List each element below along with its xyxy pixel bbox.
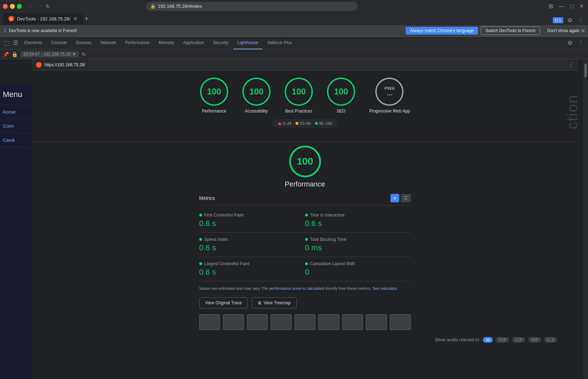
tab-sources[interactable]: Sources	[72, 37, 96, 49]
tab-network[interactable]: Network	[96, 37, 120, 49]
metrics-section: Metrics ≡ ☰ Fi	[199, 194, 411, 330]
thumbnail-9	[390, 314, 411, 330]
metric-si-label: Speed Index	[204, 237, 228, 242]
thumbnail-6	[318, 314, 339, 330]
filter-all[interactable]: All	[483, 337, 493, 343]
menu-item-accueil[interactable]: Accue	[0, 105, 32, 119]
lh-menu-icon[interactable]: ⋮	[568, 61, 574, 68]
thumbnail-4	[271, 314, 292, 330]
tab-application[interactable]: Application	[179, 37, 208, 49]
notification-close-icon[interactable]: ✕	[581, 27, 585, 34]
settings-icon[interactable]: ⚙	[566, 16, 574, 25]
reload-button[interactable]: ↻	[46, 2, 50, 10]
browser-tab[interactable]: D DevTools - 192.168.75.28/ ✕	[3, 13, 83, 24]
new-tab-button[interactable]: +	[85, 15, 89, 23]
inspect-icon[interactable]: ⬚	[3, 38, 11, 48]
address-bar[interactable]: 🔒 192.168.75.28/#index	[146, 2, 358, 11]
best-practices-circle: 100	[285, 78, 313, 106]
audit-filter-label: Show audits relevant to:	[435, 337, 480, 342]
minimize-window-button[interactable]: —	[557, 1, 566, 11]
legend-pass: 90–100	[315, 121, 332, 126]
lh-favicon	[36, 62, 42, 68]
perf-score-link[interactable]: performance score is calculated	[269, 286, 324, 291]
metrics-toggle: ≡ ☰	[390, 194, 411, 202]
switch-language-button[interactable]: Switch DevTools to French	[481, 26, 540, 35]
legend-pass-range: 90–100	[319, 121, 332, 126]
maximize-window-button[interactable]: □	[569, 1, 575, 11]
calculator-link[interactable]: See calculator.	[372, 286, 398, 291]
dismiss-button[interactable]: Don't show again	[543, 27, 584, 35]
filter-tbt[interactable]: TBT	[528, 337, 541, 343]
forward-button[interactable]: →	[36, 2, 44, 10]
notification-text: DevTools is now available in French!	[9, 28, 403, 33]
close-window-button[interactable]: ✕	[578, 1, 585, 11]
more-devtools-icon[interactable]: ⋮	[577, 38, 585, 48]
maximize-button[interactable]	[17, 4, 22, 9]
thumbnail-1	[199, 314, 220, 330]
toggle-list-button[interactable]: ☰	[401, 194, 411, 202]
view-trace-button[interactable]: View Original Trace	[199, 297, 248, 308]
filter-cls[interactable]: CLS	[544, 337, 557, 343]
info-icon: ℹ	[4, 28, 6, 33]
menu-title: Menu	[0, 84, 32, 105]
scores-row: 100 Performance 100 Accessibility 100 Be…	[200, 78, 410, 114]
score-accessibility: 100 Accessibility	[242, 78, 271, 114]
pwa-circle: PWA —	[375, 78, 404, 106]
metric-lcp-label: Largest Contentful Paint	[204, 261, 250, 266]
metric-tbt-value: 0 ms	[305, 243, 404, 252]
legend-average: 50–89	[296, 121, 311, 126]
performance-circle: 100	[200, 78, 228, 106]
extensions-button[interactable]: ⊞	[547, 1, 554, 11]
tab-close-icon[interactable]: ✕	[73, 16, 78, 22]
thumbnail-7	[342, 314, 363, 330]
menu-item-candidats[interactable]: Candi	[0, 133, 32, 147]
accessibility-label: Accessibility	[245, 109, 268, 114]
more-options-icon[interactable]: ⋮	[577, 16, 585, 25]
tab-title: DevTools - 192.168.75.28/	[17, 16, 71, 22]
notification-bar: ℹ DevTools is now available in French! A…	[0, 25, 588, 37]
lock-icon: 🔒	[150, 4, 156, 9]
score-pwa: PWA — Progressive Web App	[369, 78, 410, 114]
lh-url-bar: https://192.168.75.28/ ⋮	[32, 59, 578, 71]
close-button[interactable]	[3, 4, 8, 9]
action-buttons: View Original Trace ⊞ View Treemap	[199, 297, 411, 308]
metric-fcp-label: First Contentful Paint	[204, 213, 244, 218]
metric-cls-label: Cumulative Layout Shift	[310, 261, 355, 266]
minimize-button[interactable]	[10, 4, 15, 9]
refresh-session-icon[interactable]: ↻	[82, 51, 86, 57]
toggle-grid-button[interactable]: ≡	[390, 194, 399, 202]
tab-console[interactable]: Console	[47, 37, 71, 49]
metric-fcp-value: 0.6 s	[199, 219, 298, 228]
tab-memory[interactable]: Memory	[154, 37, 178, 49]
session-selector[interactable]: 20:54:47 - 192.168.75.28 ▼	[20, 51, 79, 57]
perf-title: Performance	[285, 180, 325, 188]
metric-lcp-value: 0.6 s	[199, 268, 298, 277]
devtools-badge: ⊡ 1	[553, 17, 563, 23]
match-language-button[interactable]: Always match Chrome's language	[406, 27, 478, 35]
menu-item-connect[interactable]: Conn	[0, 119, 32, 133]
tab-security[interactable]: Security	[209, 37, 232, 49]
filter-lcp[interactable]: LCP	[512, 337, 525, 343]
best-practices-label: Best Practices	[285, 109, 313, 114]
devtools-toolbar: ⬚ ☰ Elements Console Sources Network Per…	[0, 37, 588, 49]
device-icon[interactable]: ☰	[12, 38, 19, 48]
back-button[interactable]: ←	[26, 2, 35, 10]
pin-icon[interactable]: 📌	[3, 51, 9, 57]
filter-fcp[interactable]: FCP	[496, 337, 509, 343]
scrollbar[interactable]	[583, 59, 588, 379]
tab-lighthouse[interactable]: Lighthouse	[233, 37, 262, 49]
lock-toolbar-icon[interactable]: 🔒	[12, 51, 18, 57]
tab-adblock[interactable]: Adblock Plus	[263, 37, 296, 49]
metric-fcp: First Contentful Paint 0.6 s	[199, 208, 305, 233]
settings-gear-icon[interactable]: ⚙	[566, 38, 574, 48]
metric-lcp-dot	[199, 262, 202, 265]
left-panel: Menu Accue Conn Candi	[0, 84, 32, 379]
metrics-header: Metrics ≡ ☰	[199, 194, 411, 206]
tab-elements[interactable]: Elements	[20, 37, 46, 49]
legend-fail: 0–49	[278, 121, 291, 126]
tab-performance[interactable]: Performance	[121, 37, 154, 49]
view-treemap-button[interactable]: ⊞ View Treemap	[252, 297, 296, 308]
note-text: Values are estimated and may vary. The	[199, 286, 268, 291]
scrollbar-thumb[interactable]	[584, 63, 587, 78]
note-middle: directly from these metrics.	[325, 286, 371, 291]
